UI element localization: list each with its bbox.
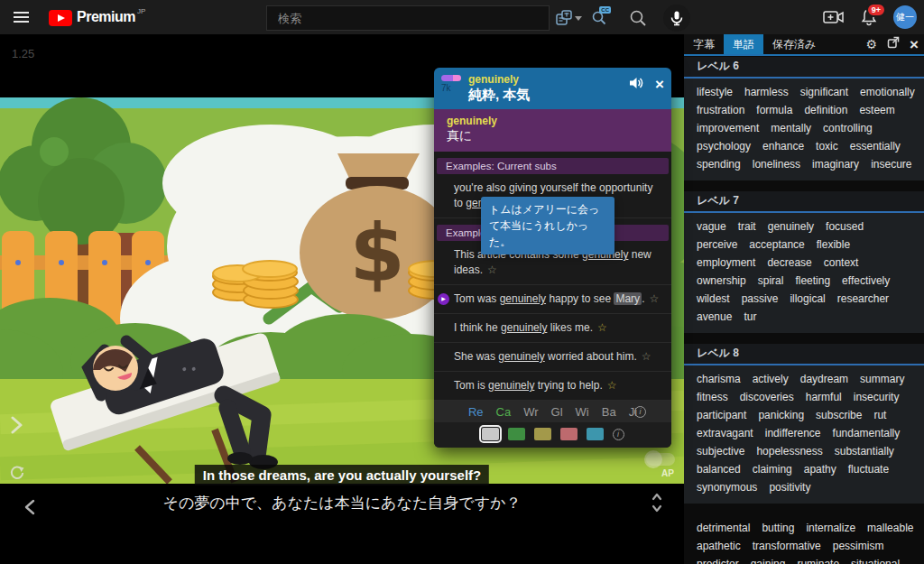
info-icon[interactable]: i xyxy=(613,429,624,440)
vocab-word[interactable]: indifference xyxy=(765,425,821,442)
vocab-word[interactable]: claiming xyxy=(753,461,792,478)
vocab-word[interactable]: rut xyxy=(873,407,886,424)
dictionary-link[interactable]: Ca xyxy=(496,405,512,419)
speaker-icon[interactable] xyxy=(629,76,644,93)
vocab-word[interactable]: effectively xyxy=(842,273,890,290)
star-icon[interactable]: ☆ xyxy=(487,264,497,276)
color-swatch[interactable] xyxy=(560,428,578,440)
vocab-word[interactable]: controlling xyxy=(823,120,873,137)
vocab-word[interactable]: insecure xyxy=(871,156,911,173)
vocab-word[interactable]: context xyxy=(824,254,859,272)
example-target-word[interactable]: genuinely xyxy=(498,350,544,363)
vocab-word[interactable]: fitness xyxy=(697,389,728,406)
subtitle-english[interactable]: In those dreams, are you actually yourse… xyxy=(195,465,489,485)
notifications-bell-icon[interactable]: 9+ xyxy=(861,8,877,26)
previous-subtitle-chevron-icon[interactable] xyxy=(23,498,36,520)
vocab-word[interactable]: imaginary xyxy=(812,156,859,173)
vocab-word[interactable]: internalize xyxy=(806,520,855,537)
next-subtitle-chevron-icon[interactable] xyxy=(9,415,23,439)
example-target-word[interactable]: genuinely xyxy=(500,292,546,305)
dictionary-link[interactable]: Gl xyxy=(551,405,563,419)
youtube-premium-logo[interactable]: Premium JP xyxy=(49,9,145,26)
example-target-word[interactable]: genuinely xyxy=(488,379,534,392)
vocab-word[interactable]: transformative xyxy=(753,538,821,555)
color-swatch[interactable] xyxy=(508,428,525,440)
star-icon[interactable]: ☆ xyxy=(597,321,607,334)
vocab-word[interactable]: gaining xyxy=(751,556,786,564)
star-icon[interactable]: ☆ xyxy=(607,379,617,392)
export-icon[interactable] xyxy=(887,36,900,52)
vocab-word[interactable]: emotionally xyxy=(860,84,915,101)
vocab-word[interactable]: harmful xyxy=(806,389,842,406)
subtitle-japanese[interactable]: その夢の中で、あなたは本当にあなた自身ですか？ xyxy=(0,493,684,513)
vocab-word[interactable]: employment xyxy=(697,254,755,272)
vocab-word[interactable]: enhance xyxy=(762,138,804,155)
search-input[interactable] xyxy=(266,5,550,31)
info-icon[interactable]: i xyxy=(634,406,646,418)
close-icon[interactable]: × xyxy=(910,37,919,52)
vocab-word[interactable]: passive xyxy=(742,291,779,308)
translate-page-icon[interactable] xyxy=(555,10,573,26)
vocab-word[interactable]: hopelessness xyxy=(756,443,822,460)
color-swatch[interactable] xyxy=(482,428,499,440)
ap-toggle[interactable]: AP xyxy=(646,453,675,478)
example-highlighted-word[interactable]: Mary xyxy=(614,292,642,305)
vocab-word[interactable]: vague xyxy=(697,218,726,236)
search-button[interactable] xyxy=(620,5,656,31)
dictionary-link[interactable]: Wr xyxy=(523,405,538,419)
voice-search-button[interactable] xyxy=(663,5,690,32)
vocab-word[interactable]: essentially xyxy=(850,138,901,155)
vocab-word[interactable]: ownership xyxy=(697,273,746,290)
vocab-word[interactable]: perceive xyxy=(697,236,737,254)
vocab-word[interactable]: fleeting xyxy=(795,273,830,290)
create-video-icon[interactable] xyxy=(823,9,845,25)
vocab-word[interactable]: illogical xyxy=(790,291,825,308)
vocab-word[interactable]: esteem xyxy=(859,102,894,119)
vocab-word[interactable]: frustration xyxy=(697,102,744,119)
vocab-word[interactable]: tur xyxy=(744,309,756,326)
vocab-word[interactable]: detrimental xyxy=(697,520,750,537)
vocab-word[interactable]: subscribe xyxy=(816,407,862,424)
vocab-word[interactable]: avenue xyxy=(697,309,732,326)
color-swatch[interactable] xyxy=(587,428,604,440)
vocab-word[interactable]: psychology xyxy=(697,138,751,155)
vocab-word[interactable]: significant xyxy=(800,84,848,101)
vocab-word[interactable]: ruminate xyxy=(797,556,839,564)
vocab-word[interactable]: trait xyxy=(738,218,756,236)
hamburger-menu-icon[interactable] xyxy=(4,0,38,34)
vocab-word[interactable]: fluctuate xyxy=(848,461,889,478)
vocab-word[interactable]: apathetic xyxy=(697,538,741,555)
vocab-word[interactable]: extravagant xyxy=(697,425,753,442)
star-icon[interactable]: ☆ xyxy=(642,350,651,363)
vocab-word[interactable]: toxic xyxy=(816,138,838,155)
vocab-word[interactable]: acceptance xyxy=(749,236,804,254)
vocab-word[interactable]: lifestyle xyxy=(697,84,733,101)
vocab-word[interactable]: butting xyxy=(762,520,794,537)
translate-dropdown-caret-icon[interactable] xyxy=(575,16,582,21)
vocab-word[interactable]: definition xyxy=(804,102,847,119)
vocab-word[interactable]: apathy xyxy=(804,461,836,478)
vocab-word[interactable]: focused xyxy=(826,218,864,236)
vocab-word[interactable]: actively xyxy=(753,371,789,388)
vocab-word[interactable]: researcher xyxy=(837,291,889,308)
vocab-word[interactable]: daydream xyxy=(800,371,848,388)
vocab-word[interactable]: insecurity xyxy=(854,389,900,406)
vocab-word[interactable]: summary xyxy=(860,371,904,388)
gear-icon[interactable]: ⚙ xyxy=(866,38,878,51)
subtitle-search-icon[interactable]: CC xyxy=(591,10,607,26)
vocab-word[interactable]: balanced xyxy=(697,461,741,478)
subtitle-scroll-chevrons-icon[interactable] xyxy=(650,491,664,518)
sidebar-tab[interactable]: 単語 xyxy=(724,34,763,54)
vocab-word[interactable]: formula xyxy=(756,102,792,119)
dictionary-link[interactable]: Ba xyxy=(602,405,616,419)
vocab-word[interactable]: improvement xyxy=(697,120,759,137)
vocab-word[interactable]: wildest xyxy=(697,291,730,308)
vocab-word[interactable]: participant xyxy=(697,407,746,424)
vocab-word[interactable]: predictor xyxy=(697,556,739,564)
vocab-word[interactable]: pessimism xyxy=(833,538,884,555)
vocab-word[interactable]: fundamentally xyxy=(833,425,901,442)
vocab-word[interactable]: mentally xyxy=(771,120,811,137)
vocab-word[interactable]: loneliness xyxy=(753,156,800,173)
vocab-word[interactable]: malleable xyxy=(867,520,913,537)
dictionary-link[interactable]: Wi xyxy=(576,405,589,419)
